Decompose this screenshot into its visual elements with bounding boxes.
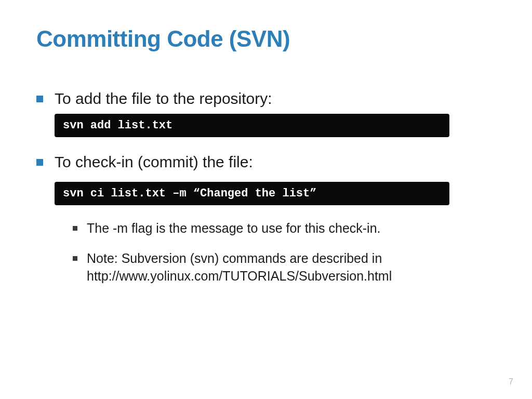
bullet-text: To add the file to the repository: — [55, 88, 272, 110]
code-block: svn add list.txt — [55, 114, 449, 137]
sub-bullet-item: The -m flag is the message to use for th… — [73, 220, 496, 237]
code-block: svn ci list.txt –m “Changed the list” — [55, 182, 449, 205]
bullet-icon — [36, 96, 43, 102]
sub-bullet-icon — [73, 226, 77, 231]
bullet-item: To add the file to the repository: — [36, 88, 496, 110]
sub-bullet-text: The -m flag is the message to use for th… — [87, 220, 381, 237]
slide: Committing Code (SVN) To add the file to… — [0, 0, 532, 318]
page-number: 7 — [509, 377, 513, 387]
slide-title: Committing Code (SVN) — [36, 26, 496, 52]
bullet-text: To check-in (commit) the file: — [55, 152, 253, 173]
bullet-icon — [36, 159, 43, 166]
sub-bullet-text: Note: Subversion (svn) commands are desc… — [87, 250, 496, 285]
sub-bullet-item: Note: Subversion (svn) commands are desc… — [73, 250, 496, 285]
sub-bullet-icon — [73, 256, 77, 261]
bullet-item: To check-in (commit) the file: — [36, 152, 496, 173]
